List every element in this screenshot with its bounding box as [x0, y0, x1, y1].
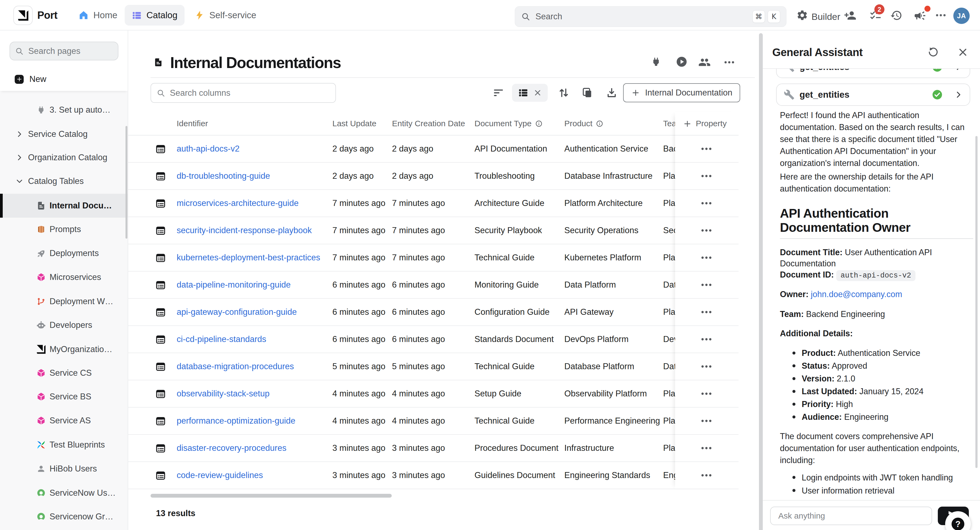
row-menu-button[interactable]: [700, 442, 713, 454]
tool-call-chip[interactable]: get_entities: [776, 84, 970, 106]
row-menu-button[interactable]: [700, 279, 713, 291]
col-creation-date[interactable]: Entity Creation Date: [392, 119, 465, 128]
entity-link[interactable]: kubernetes-deployment-best-practices: [177, 253, 320, 263]
entity-link[interactable]: ci-cd-pipeline-standards: [177, 334, 266, 344]
col-last-update[interactable]: Last Update: [332, 119, 377, 128]
port-logo-box[interactable]: [13, 6, 33, 25]
new-page-button[interactable]: New: [0, 68, 128, 90]
sort-button[interactable]: [558, 87, 570, 100]
sidebar-item-deployments[interactable]: Deployments: [0, 241, 128, 265]
entity-link[interactable]: code-review-guidelines: [177, 470, 263, 480]
sidebar-item-myorganizatio[interactable]: MyOrganizatio…: [0, 337, 128, 361]
filter-button[interactable]: [492, 87, 504, 100]
sidebar-search-input[interactable]: Search pages: [10, 41, 118, 60]
tab-home[interactable]: Home: [71, 5, 124, 25]
group-by-control[interactable]: [512, 84, 548, 102]
sidebar-item-service-bs[interactable]: Service BS: [0, 385, 128, 409]
sidebar-item-organization-catalog[interactable]: Organization Catalog: [0, 146, 128, 170]
global-search-input[interactable]: Search⌘K: [515, 6, 786, 27]
owner-email-link[interactable]: john.doe@company.com: [811, 289, 902, 299]
col-document-type[interactable]: Document Type: [474, 119, 542, 128]
chevron-right-icon[interactable]: [16, 130, 23, 138]
sidebar-item-prompts[interactable]: Prompts: [0, 217, 128, 241]
cell-product: Kubernetes Platform: [564, 253, 641, 263]
row-menu-button[interactable]: [700, 469, 713, 482]
row-menu-button[interactable]: [700, 306, 713, 318]
col-team[interactable]: Tea: [663, 119, 676, 128]
search-columns-placeholder: Search columns: [170, 88, 230, 98]
entity-link[interactable]: auth-api-docs-v2: [177, 144, 240, 154]
row-menu-button[interactable]: [700, 251, 713, 264]
row-menu-button[interactable]: [700, 415, 713, 427]
sidebar-item-label: MyOrganizatio…: [49, 344, 113, 354]
history-button[interactable]: [890, 9, 902, 22]
chevron-right-icon[interactable]: [16, 154, 23, 161]
col-document-type-label: Document Type: [474, 119, 531, 128]
cell-team: Pla: [663, 198, 675, 208]
ingest-data-button[interactable]: [651, 56, 662, 68]
cell-team: Bac: [663, 144, 675, 154]
sidebar-item-service-cs[interactable]: Service CS: [0, 361, 128, 385]
close-panel-button[interactable]: [958, 47, 968, 58]
manage-users-button[interactable]: [698, 56, 711, 70]
sidebar-item-hibob-users[interactable]: HiBob Users: [0, 457, 128, 481]
row-menu-button[interactable]: [700, 387, 713, 400]
add-property-button[interactable]: Property: [675, 112, 738, 135]
tool-call-chip[interactable]: get_entities: [776, 69, 970, 78]
plus-icon: [631, 88, 640, 97]
sidebar-item-microservices[interactable]: Microservices: [0, 265, 128, 289]
row-menu-button[interactable]: [700, 224, 713, 237]
add-entity-button[interactable]: Internal Documentation: [623, 83, 740, 102]
sidebar-item-service-as[interactable]: Service AS: [0, 409, 128, 433]
entity-link[interactable]: observability-stack-setup: [177, 389, 269, 398]
search-columns-input[interactable]: Search columns: [151, 83, 336, 103]
panel-resize-handle[interactable]: [759, 33, 763, 530]
tab-catalog[interactable]: Catalog: [125, 5, 185, 25]
entity-link[interactable]: db-troubleshooting-guide: [177, 171, 270, 181]
row-menu-button[interactable]: [700, 197, 713, 209]
avatar[interactable]: JA: [953, 8, 970, 24]
sidebar-item-servicenow-us[interactable]: ServiceNow Us…: [0, 481, 128, 505]
sidebar-item-catalog-tables[interactable]: Catalog Tables: [0, 169, 128, 193]
entity-link[interactable]: api-gateway-configuration-guide: [177, 307, 297, 317]
builder-button[interactable]: [796, 9, 808, 22]
row-menu-button[interactable]: [700, 143, 713, 155]
horizontal-scrollbar[interactable]: [151, 494, 392, 498]
entity-link[interactable]: microservices-architecture-guide: [177, 198, 299, 208]
cell-creation-date: 7 minutes ago: [392, 253, 445, 263]
entity-link[interactable]: security-incident-response-playbook: [177, 225, 312, 235]
sidebar-item-developers[interactable]: Developers: [0, 313, 128, 337]
assistant-scrollbar[interactable]: [975, 136, 978, 468]
entity-link[interactable]: performance-optimization-guide: [177, 416, 295, 426]
sidebar-item-3-set-up-auto[interactable]: 3. Set up auto…: [0, 98, 128, 122]
row-menu-button[interactable]: [700, 333, 713, 346]
entity-link[interactable]: database-migration-procedures: [177, 362, 294, 371]
sidebar-item-deployment-w[interactable]: Deployment W…: [0, 289, 128, 313]
assistant-paragraph: Here are the ownership details for the A…: [780, 171, 972, 195]
sidebar-item-service-catalog[interactable]: Service Catalog: [0, 122, 128, 146]
row-menu-button[interactable]: [700, 360, 713, 373]
sidebar-scrollbar[interactable]: [126, 126, 127, 239]
ask-anything-input[interactable]: Ask anything: [770, 506, 932, 525]
entity-link[interactable]: data-pipeline-monitoring-guide: [177, 280, 291, 290]
page-menu-button[interactable]: [723, 56, 735, 69]
tab-self-service[interactable]: Self-service: [187, 5, 263, 25]
sidebar-item-test-blueprints[interactable]: Test Blueprints: [0, 433, 128, 457]
invite-user-button[interactable]: [844, 9, 856, 23]
builder-label[interactable]: Builder: [811, 11, 840, 22]
assistant-conversation[interactable]: get_entities get_entities Perfect! I fou…: [763, 69, 980, 500]
download-button[interactable]: [606, 87, 618, 100]
reset-conversation-button[interactable]: [928, 47, 939, 58]
announcements-button[interactable]: [913, 9, 926, 23]
copy-button[interactable]: [581, 87, 593, 100]
sidebar-item-servicenow-gr[interactable]: Servicenow Gr…: [0, 505, 128, 528]
run-action-button[interactable]: [676, 56, 687, 69]
more-options-button[interactable]: [935, 9, 947, 22]
entity-link[interactable]: disaster-recovery-procedures: [177, 443, 286, 453]
plug-icon: [37, 105, 46, 114]
col-product[interactable]: Product: [564, 119, 603, 128]
col-identifier[interactable]: Identifier: [177, 119, 208, 128]
row-menu-button[interactable]: [700, 170, 713, 182]
chevron-down-icon[interactable]: [16, 178, 23, 185]
sidebar-item-internal-docu[interactable]: Internal Docu…: [0, 194, 128, 217]
